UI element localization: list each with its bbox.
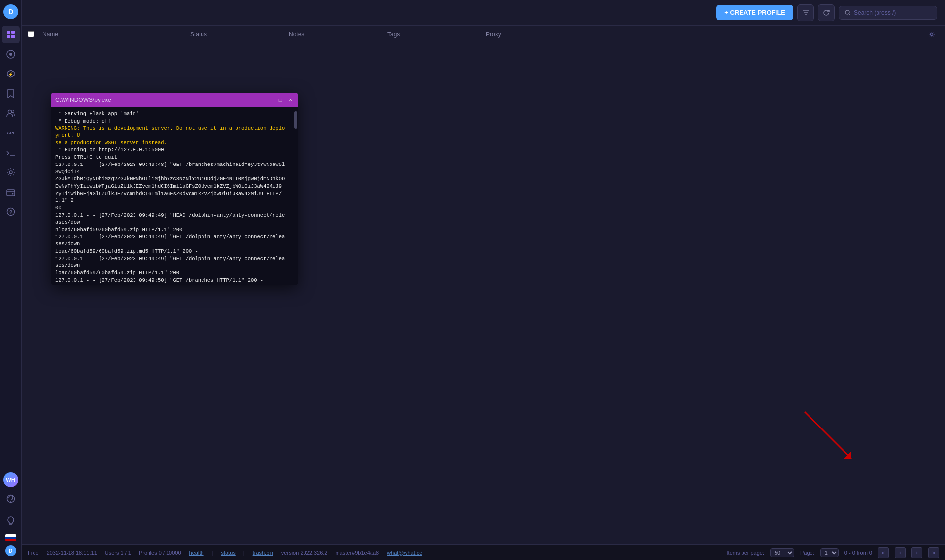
svg-point-13: [9, 171, 12, 174]
trash-bin-link[interactable]: trash.bin: [253, 550, 273, 556]
col-header-name: Name: [42, 31, 190, 38]
term-line: 127.0.0.1 - - [27/Feb/2023 09:49:49] "GE…: [55, 255, 286, 269]
col-header-proxy: Proxy: [486, 31, 584, 38]
sidebar-item-automation[interactable]: ⚡: [2, 65, 20, 83]
terminal-minimize-button[interactable]: ─: [267, 97, 274, 103]
filter-icon-button[interactable]: [797, 4, 814, 21]
term-line: 127.0.0.1 - - [27/Feb/2023 09:49:48] "GE…: [55, 161, 286, 175]
svg-point-19: [10, 501, 11, 502]
terminal-titlebar: C:\WINDOWS\py.exe ─ □ ✕: [51, 93, 298, 107]
terminal-close-button[interactable]: ✕: [287, 97, 294, 103]
svg-point-7: [9, 53, 12, 56]
page-select[interactable]: 1: [820, 548, 839, 557]
items-per-page-select[interactable]: 50 100: [770, 548, 794, 557]
dolphin-icon[interactable]: D: [5, 545, 16, 556]
user-avatar[interactable]: WH: [3, 472, 18, 487]
term-line: WARNING: This is a development server. D…: [55, 125, 286, 139]
col-header-tags: Tags: [387, 31, 486, 38]
page-label: Page:: [800, 550, 814, 556]
sidebar-item-bookmarks[interactable]: [2, 85, 20, 102]
red-arrow: [800, 407, 859, 468]
sidebar-item-ideas[interactable]: [2, 512, 20, 529]
terminal-maximize-button[interactable]: □: [277, 97, 284, 103]
avatar-initials: WH: [6, 477, 15, 483]
table-header: Name Status Notes Tags Proxy: [22, 26, 945, 43]
svg-rect-4: [7, 35, 10, 38]
term-line: Press CTRL+C to quit: [55, 154, 286, 161]
users-label: Users 1 / 1: [105, 550, 131, 556]
term-line: YyIiiwibWFjaGluZUlkJEZvcm1hdCI6Iml1aGFsZ…: [55, 190, 286, 204]
sidebar-item-help[interactable]: ?: [2, 203, 20, 221]
svg-rect-5: [11, 35, 15, 38]
term-line: * Serving Flask app 'main': [55, 110, 286, 118]
app-logo[interactable]: D: [3, 4, 19, 20]
sidebar-item-wallet[interactable]: [2, 183, 20, 201]
page-count: 0 - 0 from 0: [844, 550, 872, 556]
free-label: Free: [28, 550, 39, 556]
version-label: version 2022.326.2: [281, 550, 328, 556]
health-link[interactable]: health: [189, 550, 204, 556]
terminal-window[interactable]: C:\WINDOWS\py.exe ─ □ ✕ * Serving Flask …: [51, 93, 298, 285]
term-line: ZGJkMTdhMjQyNDhiMzg2ZGJkNWNhOTliMjhhYzc3…: [55, 175, 286, 190]
sidebar: D ⚡ AP: [0, 0, 22, 560]
term-line: se a production WSGI server instead.: [55, 139, 286, 147]
profiles-label: Profiles 0 / 10000: [139, 550, 181, 556]
statusbar-right: Items per page: 50 100 Page: 1 0 - 0 fro…: [727, 547, 939, 558]
sidebar-item-api[interactable]: API: [2, 124, 20, 142]
create-profile-button[interactable]: + CREATE PROFILE: [716, 5, 793, 20]
svg-text:⚡: ⚡: [8, 72, 13, 77]
sidebar-item-extensions[interactable]: [2, 45, 20, 63]
svg-line-27: [805, 412, 851, 459]
term-line: 127.0.0.1 - - [27/Feb/2023 09:49:50] "GE…: [55, 284, 286, 285]
svg-rect-2: [7, 31, 10, 34]
term-line: load/60bafd59/60bafd59.zip.md5 HTTP/1.1"…: [55, 248, 286, 255]
term-line: * Debug mode: off: [55, 118, 286, 125]
sidebar-item-scripts[interactable]: [2, 144, 20, 162]
select-all-input[interactable]: [28, 31, 34, 37]
items-per-page-label: Items per page:: [727, 550, 764, 556]
terminal-scrollbar-thumb[interactable]: [294, 111, 297, 129]
svg-text:?: ?: [9, 209, 12, 215]
table-body: C:\WINDOWS\py.exe ─ □ ✕ * Serving Flask …: [22, 43, 945, 544]
next-page-button[interactable]: ›: [911, 547, 922, 558]
terminal-scrollbar[interactable]: [294, 107, 298, 285]
table-settings-icon[interactable]: [924, 31, 939, 38]
term-line: nload/60bafd59/60bafd59.zip HTTP/1.1" 20…: [55, 226, 286, 233]
sidebar-item-users[interactable]: [2, 104, 20, 122]
main-content: + CREATE PROFILE Search (press /): [22, 0, 945, 560]
sidebar-item-profiles[interactable]: [2, 26, 20, 43]
sidebar-item-support[interactable]: [2, 490, 20, 508]
search-icon: [845, 10, 851, 16]
api-label: API: [7, 131, 14, 135]
select-all-checkbox[interactable]: [28, 31, 42, 37]
search-placeholder: Search (press /): [854, 9, 896, 16]
sidebar-item-settings[interactable]: [2, 164, 20, 181]
term-line: 127.0.0.1 - - [27/Feb/2023 09:49:50] "GE…: [55, 277, 286, 284]
term-line: 127.0.0.1 - - [27/Feb/2023 09:49:49] "GE…: [55, 233, 286, 248]
svg-text:D: D: [8, 8, 13, 16]
col-header-notes: Notes: [289, 31, 387, 38]
prev-page-button[interactable]: ‹: [895, 547, 906, 558]
refresh-icon-button[interactable]: [818, 4, 835, 21]
term-line: 00 -: [55, 204, 286, 212]
russian-flag-icon[interactable]: [4, 533, 17, 542]
svg-line-25: [849, 14, 851, 15]
term-line: * Running on http://127.0.0.1:5000: [55, 146, 286, 154]
status-link[interactable]: status: [221, 550, 235, 556]
svg-point-11: [11, 110, 14, 113]
svg-point-10: [8, 110, 11, 114]
term-line: load/60bafd59/60bafd59.zip HTTP/1.1" 200…: [55, 269, 286, 277]
last-page-button[interactable]: »: [928, 547, 939, 558]
search-box[interactable]: Search (press /): [839, 6, 937, 20]
datetime-label: 2032-11-18 18:11:11: [47, 550, 97, 556]
first-page-button[interactable]: «: [878, 547, 889, 558]
topbar: + CREATE PROFILE Search (press /): [22, 0, 945, 26]
what-link[interactable]: what@what.cc: [387, 550, 422, 556]
svg-point-26: [931, 33, 933, 35]
svg-point-24: [845, 10, 849, 14]
col-header-status: Status: [190, 31, 289, 38]
term-line: 127.0.0.1 - - [27/Feb/2023 09:49:49] "HE…: [55, 212, 286, 226]
terminal-body[interactable]: * Serving Flask app 'main' * Debug mode:…: [51, 107, 294, 285]
svg-point-15: [12, 193, 13, 195]
statusbar: Free 2032-11-18 18:11:11 Users 1 / 1 Pro…: [22, 544, 945, 560]
